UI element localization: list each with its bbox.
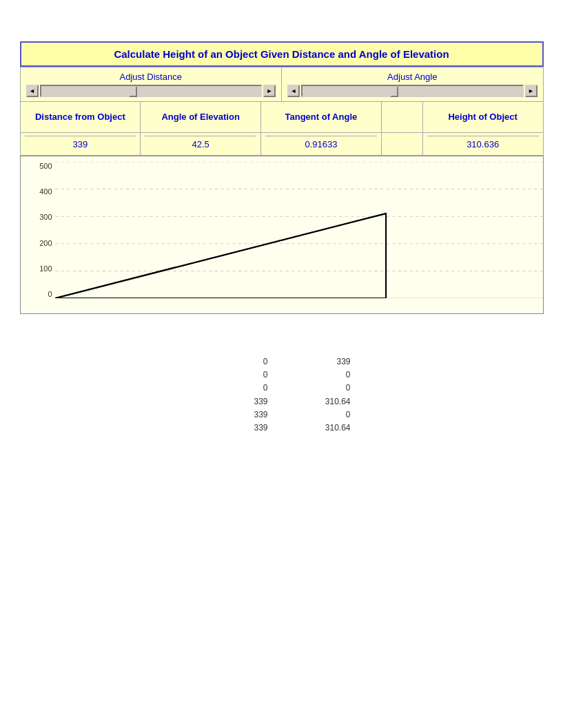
y-label-400: 400 xyxy=(39,187,52,196)
angle-slider-thumb[interactable] xyxy=(390,86,398,97)
tangent-header-cell: Tangent of Angle xyxy=(261,102,382,132)
data-cell-2-x: 0 xyxy=(199,382,282,395)
data-cell-4-x: 339 xyxy=(199,408,282,422)
tangent-value-cell: 0.91633 xyxy=(261,133,382,155)
height-value-cell: 310.636 xyxy=(423,133,543,155)
data-header-row: Distance from Object Angle of Elevation … xyxy=(20,102,544,133)
distance-slider-row: ◄ ► xyxy=(26,85,276,97)
distance-control-block: Adjust Distance ◄ ► xyxy=(21,67,283,101)
svg-line-7 xyxy=(55,214,386,298)
data-table-row-0: 0 339 xyxy=(20,355,544,368)
height-header-cell: Height of Object xyxy=(423,102,543,132)
height-column-header: Height of Object xyxy=(427,105,539,129)
angle-slider-row: ◄ ► xyxy=(287,85,538,97)
angle-value-cell: 42.5 xyxy=(141,133,261,155)
data-table-row-2: 0 0 xyxy=(20,382,544,395)
data-table-row-1: 0 0 xyxy=(20,368,544,382)
tangent-value: 0.91633 xyxy=(265,136,377,152)
distance-slider-thumb[interactable] xyxy=(129,86,137,97)
y-label-300: 300 xyxy=(39,213,52,221)
distance-value: 339 xyxy=(25,136,136,152)
data-cell-1-x: 0 xyxy=(199,368,282,382)
distance-left-btn[interactable]: ◄ xyxy=(26,85,39,97)
distance-header-cell: Distance from Object xyxy=(21,102,141,132)
adjust-angle-label: Adjust Angle xyxy=(287,72,538,82)
data-cell-1-y: 0 xyxy=(282,368,365,382)
separator-cell xyxy=(382,102,423,132)
distance-value-cell: 339 xyxy=(21,133,141,155)
page-title: Calculate Height of an Object Given Dist… xyxy=(20,41,544,67)
data-cell-3-y: 310.64 xyxy=(282,395,365,408)
chart-plot: 0 100 200 300 400 500 xyxy=(55,156,543,313)
data-cell-3-x: 339 xyxy=(199,395,282,408)
data-cell-0-x: 0 xyxy=(199,355,282,368)
angle-header-cell: Angle of Elevation xyxy=(141,102,261,132)
y-axis-labels: 500 400 300 200 100 0 xyxy=(21,156,55,313)
main-container: Calculate Height of an Object Given Dist… xyxy=(20,41,544,435)
adjust-distance-label: Adjust Distance xyxy=(26,72,276,82)
data-cell-0-y: 339 xyxy=(282,355,365,368)
data-table-row-5: 339 310.64 xyxy=(20,422,544,435)
data-cell-2-y: 0 xyxy=(282,382,365,395)
data-cell-5-x: 339 xyxy=(199,422,282,435)
data-table: 0 339 0 0 0 0 339 310.64 339 0 339 310.6… xyxy=(20,355,544,435)
data-cell-4-y: 0 xyxy=(282,408,365,422)
y-label-200: 200 xyxy=(39,239,52,247)
chart-container: 500 400 300 200 100 0 xyxy=(20,156,544,314)
angle-value: 42.5 xyxy=(145,136,256,152)
angle-right-btn[interactable]: ► xyxy=(525,85,538,97)
angle-left-btn[interactable]: ◄ xyxy=(287,85,300,97)
separator-value-cell xyxy=(382,133,423,155)
y-label-100: 100 xyxy=(39,264,52,273)
data-cell-5-y: 310.64 xyxy=(282,422,365,435)
y-label-0: 0 xyxy=(48,290,52,298)
controls-row: Adjust Distance ◄ ► Adjust Angle ◄ ► xyxy=(20,67,544,102)
data-table-row-4: 339 0 xyxy=(20,408,544,422)
distance-column-header: Distance from Object xyxy=(25,105,136,129)
angle-control-block: Adjust Angle ◄ ► xyxy=(282,67,543,101)
data-table-row-3: 339 310.64 xyxy=(20,395,544,408)
y-label-500: 500 xyxy=(39,162,52,170)
angle-slider-track[interactable] xyxy=(301,85,524,97)
angle-column-header: Angle of Elevation xyxy=(145,105,256,129)
height-value: 310.636 xyxy=(427,136,539,152)
data-values-row: 339 42.5 0.91633 310.636 xyxy=(20,133,544,156)
distance-right-btn[interactable]: ► xyxy=(263,85,276,97)
distance-slider-track[interactable] xyxy=(40,85,263,97)
tangent-column-header: Tangent of Angle xyxy=(265,105,377,129)
chart-svg: 0 100 200 300 400 500 xyxy=(55,162,543,298)
